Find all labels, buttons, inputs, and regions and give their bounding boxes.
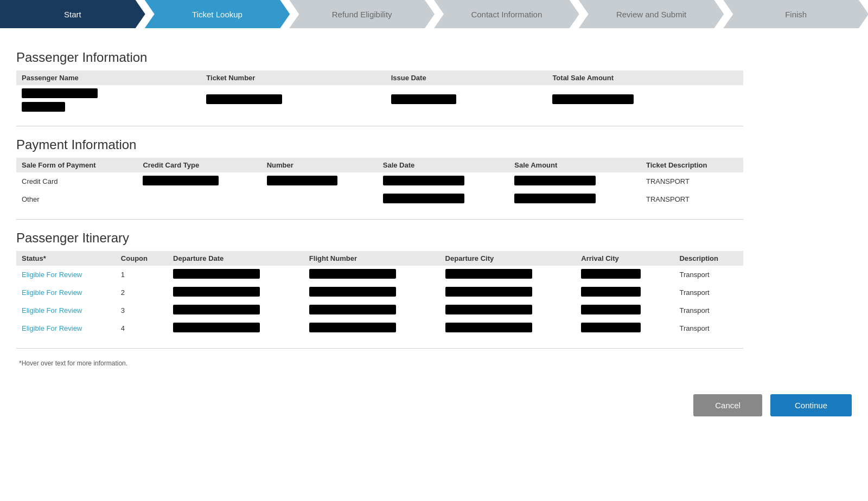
sale-form-2: Other — [16, 190, 137, 208]
ticket-desc-2: TRANSPORT — [641, 190, 743, 208]
col-issue-date: Issue Date — [386, 70, 547, 85]
passenger-info-title: Passenger Information — [16, 50, 743, 65]
table-row: Eligible For Review 1 Transport — [16, 266, 743, 284]
sale-date-1 — [378, 172, 509, 190]
redacted-issue-date — [391, 94, 456, 104]
coupon-cell-2: 3 — [116, 301, 168, 319]
number-2 — [261, 190, 378, 208]
desc-cell-1: Transport — [674, 284, 743, 301]
redacted-dep-date-0 — [173, 269, 260, 279]
redacted-dep-date-1 — [173, 287, 260, 297]
payment-info-table: Sale Form of Payment Credit Card Type Nu… — [16, 158, 743, 208]
passenger-name-cell — [16, 85, 201, 115]
col-cc-type: Credit Card Type — [137, 158, 261, 172]
eligible-link-2[interactable]: Eligible For Review — [22, 306, 82, 314]
redacted-cc-type — [143, 176, 219, 185]
eligible-link-3[interactable]: Eligible For Review — [22, 324, 82, 332]
flight-num-cell-3 — [304, 319, 440, 337]
coupon-cell-3: 4 — [116, 319, 168, 337]
cc-type-1 — [137, 172, 261, 190]
dep-city-cell-1 — [440, 284, 576, 301]
status-cell-0[interactable]: Eligible For Review — [16, 266, 116, 284]
itinerary-table: Status* Coupon Departure Date Flight Num… — [16, 251, 743, 337]
coupon-cell-0: 1 — [116, 266, 168, 284]
departure-date-cell-0 — [168, 266, 304, 284]
col-number: Number — [261, 158, 378, 172]
step-review-submit[interactable]: Review and Submit — [579, 0, 724, 28]
footer-note: *Hover over text for more information. — [16, 359, 743, 367]
step-start[interactable]: Start — [0, 0, 145, 28]
arr-city-cell-2 — [576, 301, 674, 319]
col-sale-date: Sale Date — [378, 158, 509, 172]
redacted-flight-3 — [309, 323, 396, 332]
step-refund-eligibility[interactable]: Refund Eligibility — [289, 0, 435, 28]
redacted-dep-date-3 — [173, 323, 260, 332]
redacted-total-sale — [552, 94, 634, 104]
desc-cell-0: Transport — [674, 266, 743, 284]
step-ticket-lookup[interactable]: Ticket Lookup — [145, 0, 290, 28]
divider-1 — [16, 126, 743, 126]
sale-amt-1 — [509, 172, 641, 190]
col-flight-number: Flight Number — [304, 251, 440, 266]
table-row: Credit Card TRANSPORT — [16, 172, 743, 190]
redacted-dep-city-1 — [445, 287, 532, 297]
redacted-dep-city-2 — [445, 305, 532, 314]
redacted-flight-2 — [309, 305, 396, 314]
number-1 — [261, 172, 378, 190]
col-sale-amount: Sale Amount — [509, 158, 641, 172]
cancel-button[interactable]: Cancel — [693, 394, 762, 416]
flight-num-cell-1 — [304, 284, 440, 301]
continue-button[interactable]: Continue — [770, 394, 852, 416]
col-description: Description — [674, 251, 743, 266]
departure-date-cell-3 — [168, 319, 304, 337]
redacted-arr-city-0 — [581, 269, 641, 279]
col-ticket-desc: Ticket Description — [641, 158, 743, 172]
departure-date-cell-2 — [168, 301, 304, 319]
redacted-name2 — [22, 102, 65, 112]
button-row: Cancel Continue — [0, 383, 868, 427]
table-row — [16, 85, 743, 115]
redacted-sale-date-1 — [383, 176, 464, 185]
dep-city-cell-3 — [440, 319, 576, 337]
arr-city-cell-0 — [576, 266, 674, 284]
issue-date-cell — [386, 85, 547, 115]
step-finish[interactable]: Finish — [723, 0, 868, 28]
col-total-sale: Total Sale Amount — [547, 70, 743, 85]
status-cell-2[interactable]: Eligible For Review — [16, 301, 116, 319]
sale-form-1: Credit Card — [16, 172, 137, 190]
table-row: Eligible For Review 2 Transport — [16, 284, 743, 301]
sale-date-2 — [378, 190, 509, 208]
step-contact-information[interactable]: Contact Information — [434, 0, 579, 28]
itinerary-title: Passenger Itinerary — [16, 230, 743, 246]
arr-city-cell-1 — [576, 284, 674, 301]
eligible-link-1[interactable]: Eligible For Review — [22, 288, 82, 297]
col-passenger-name: Passenger Name — [16, 70, 201, 85]
redacted-number — [267, 176, 337, 185]
flight-num-cell-0 — [304, 266, 440, 284]
coupon-cell-1: 2 — [116, 284, 168, 301]
status-cell-3[interactable]: Eligible For Review — [16, 319, 116, 337]
ticket-number-cell — [201, 85, 385, 115]
redacted-ticket — [206, 94, 282, 104]
passenger-info-table: Passenger Name Ticket Number Issue Date … — [16, 70, 743, 115]
redacted-arr-city-1 — [581, 287, 641, 297]
progress-bar: Start Ticket Lookup Refund Eligibility C… — [0, 0, 868, 28]
payment-info-title: Payment Information — [16, 137, 743, 152]
desc-cell-3: Transport — [674, 319, 743, 337]
desc-cell-2: Transport — [674, 301, 743, 319]
redacted-dep-city-3 — [445, 323, 532, 332]
eligible-link-0[interactable]: Eligible For Review — [22, 271, 82, 279]
redacted-sale-date-2 — [383, 194, 464, 203]
status-cell-1[interactable]: Eligible For Review — [16, 284, 116, 301]
col-ticket-number: Ticket Number — [201, 70, 385, 85]
arr-city-cell-3 — [576, 319, 674, 337]
col-departure-date: Departure Date — [168, 251, 304, 266]
divider-3 — [16, 348, 743, 349]
redacted-flight-0 — [309, 269, 396, 279]
col-coupon: Coupon — [116, 251, 168, 266]
redacted-arr-city-2 — [581, 305, 641, 314]
col-arrival-city: Arrival City — [576, 251, 674, 266]
redacted-name — [22, 88, 98, 98]
table-row: Eligible For Review 3 Transport — [16, 301, 743, 319]
total-sale-cell — [547, 85, 743, 115]
